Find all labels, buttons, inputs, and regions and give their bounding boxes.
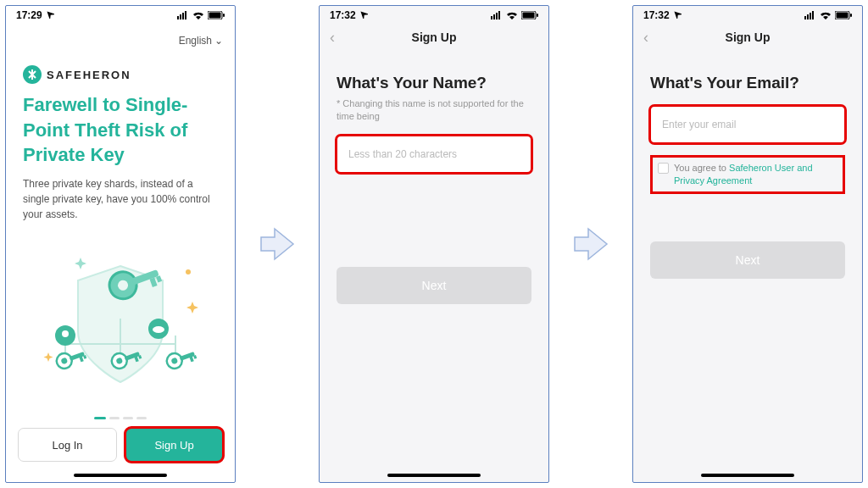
- status-bar: 17:29: [6, 6, 235, 25]
- page-heading: What's Your Email?: [650, 74, 845, 92]
- svg-rect-45: [807, 14, 809, 19]
- agreement-prefix: You agree to: [674, 163, 729, 173]
- signup-email-screen: 17:32 ‹ Sign Up What's Your Email?: [632, 5, 863, 483]
- status-icons: [491, 11, 538, 19]
- agreement-row: You agree to Safeheron User and Privacy …: [658, 162, 837, 188]
- login-label: Log In: [52, 439, 82, 452]
- home-indicator: [701, 474, 794, 477]
- flow-arrow-icon: [571, 227, 610, 261]
- svg-rect-5: [209, 13, 221, 19]
- page-indicator: [6, 417, 235, 419]
- location-icon: [359, 9, 368, 21]
- svg-rect-39: [496, 13, 498, 19]
- svg-rect-38: [493, 14, 495, 19]
- chevron-down-icon: ⌄: [214, 35, 223, 47]
- svg-rect-25: [79, 357, 83, 363]
- hero-headline: Farewell to Single-Point Theft Risk of P…: [23, 92, 218, 168]
- signup-label: Sign Up: [154, 439, 193, 452]
- brand-logo-icon: [23, 65, 42, 84]
- hero-subhead: Three private key shards, instead of a s…: [23, 176, 218, 222]
- svg-rect-0: [177, 16, 179, 19]
- agreement-checkbox[interactable]: [658, 163, 669, 174]
- brand-row: SAFEHERON: [23, 65, 235, 84]
- nav-bar: ‹ Sign Up: [633, 25, 862, 50]
- location-icon: [46, 9, 54, 21]
- home-indicator: [387, 474, 481, 477]
- svg-rect-47: [812, 11, 814, 19]
- svg-rect-2: [182, 13, 184, 19]
- agreement-highlight: You agree to Safeheron User and Privacy …: [650, 155, 845, 194]
- svg-rect-37: [491, 16, 492, 19]
- nav-title: Sign Up: [320, 30, 548, 44]
- status-icons: [177, 11, 225, 19]
- signup-name-screen: 17:32 ‹ Sign Up What's Your Name? * Chan…: [319, 5, 549, 483]
- status-icons: [804, 11, 852, 19]
- svg-rect-50: [850, 14, 852, 17]
- next-button[interactable]: Next: [337, 267, 531, 304]
- onboarding-screen: 17:29 English ⌄ SAFEHERON Farewell to Si…: [5, 5, 236, 483]
- language-label: English: [179, 35, 212, 47]
- page-heading: What's Your Name?: [337, 74, 531, 92]
- next-button[interactable]: Next: [650, 241, 845, 279]
- svg-rect-6: [223, 14, 225, 17]
- status-bar: 17:32: [320, 6, 548, 25]
- next-label: Next: [736, 253, 760, 267]
- svg-rect-1: [180, 14, 181, 19]
- status-time: 17:32: [330, 9, 356, 21]
- home-indicator: [74, 474, 167, 477]
- login-button[interactable]: Log In: [18, 428, 117, 462]
- svg-rect-3: [185, 11, 186, 19]
- language-selector[interactable]: English ⌄: [179, 35, 223, 47]
- agreement-text: You agree to Safeheron User and Privacy …: [674, 162, 837, 188]
- status-time: 17:32: [643, 9, 670, 21]
- status-time: 17:29: [16, 9, 42, 21]
- svg-point-19: [62, 330, 69, 337]
- flow-arrow-icon: [258, 227, 297, 261]
- location-icon: [673, 9, 682, 21]
- back-button[interactable]: ‹: [330, 29, 335, 47]
- svg-rect-44: [804, 16, 806, 19]
- svg-rect-43: [537, 14, 538, 17]
- svg-rect-46: [810, 13, 811, 19]
- hero: Farewell to Single-Point Theft Risk of P…: [6, 92, 235, 222]
- svg-point-7: [186, 269, 191, 274]
- auth-buttons: Log In Sign Up: [6, 428, 235, 474]
- brand-name: SAFEHERON: [47, 69, 131, 81]
- hero-illustration: [6, 222, 235, 417]
- name-input[interactable]: [337, 136, 531, 173]
- status-bar: 17:32: [633, 6, 862, 25]
- next-label: Next: [422, 279, 447, 292]
- svg-point-21: [153, 326, 164, 333]
- svg-rect-35: [189, 357, 193, 363]
- back-button[interactable]: ‹: [643, 29, 648, 47]
- svg-rect-42: [523, 13, 535, 19]
- nav-bar: ‹ Sign Up: [320, 25, 548, 50]
- signup-button[interactable]: Sign Up: [125, 428, 223, 462]
- email-input[interactable]: [650, 106, 845, 143]
- svg-rect-49: [837, 13, 849, 19]
- nav-title: Sign Up: [633, 30, 862, 44]
- hint-text: * Changing this name is not supported fo…: [337, 97, 531, 124]
- svg-rect-40: [498, 11, 500, 19]
